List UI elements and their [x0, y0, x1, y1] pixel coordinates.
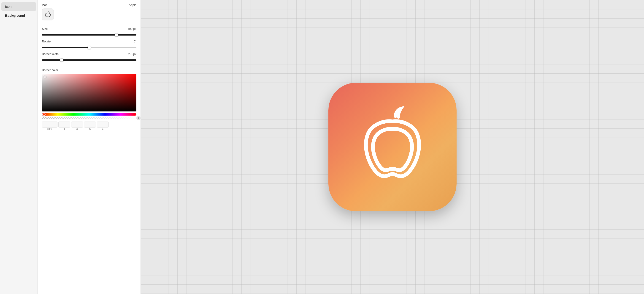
a-label: A — [102, 128, 104, 131]
b-input-group: 255 B — [84, 121, 96, 131]
hex-input-group: ffffff HEX — [42, 121, 58, 131]
r-label: R — [64, 128, 65, 131]
sidebar-item-icon[interactable]: Icon — [1, 2, 36, 11]
border-color-label: Border color — [42, 68, 136, 72]
divider-1 — [42, 24, 136, 24]
r-input[interactable]: 255 — [58, 121, 70, 127]
size-slider[interactable] — [42, 34, 136, 36]
divider-2 — [42, 65, 136, 65]
apple-icon-svg — [351, 106, 434, 188]
b-input[interactable]: 255 — [84, 121, 96, 127]
apple-small-icon — [44, 11, 51, 18]
rotate-label: Rotate — [42, 40, 50, 43]
b-label: B — [89, 128, 91, 131]
center-panel: Icon Apple Size 400 px Rotate 0° Border … — [38, 0, 141, 294]
border-width-slider-container — [42, 58, 136, 62]
rotate-value: 0° — [134, 40, 136, 43]
color-inputs: ffffff HEX 255 R 255 G 255 B 100 A — [42, 121, 136, 131]
size-row: Size 400 px — [42, 27, 136, 31]
icon-value: Apple — [129, 3, 136, 7]
g-input[interactable]: 255 — [71, 121, 83, 127]
app-icon — [328, 83, 456, 211]
alpha-add-button[interactable]: + — [136, 116, 140, 120]
border-width-label: Border width — [42, 52, 58, 56]
rotate-slider[interactable] — [42, 47, 136, 48]
canvas-area — [141, 0, 644, 294]
border-width-row: Border width 2.3 px — [42, 52, 136, 56]
rotate-slider-container — [42, 45, 136, 49]
hex-label: HEX — [47, 128, 52, 131]
color-picker-dot — [44, 75, 46, 78]
g-input-group: 255 G — [71, 121, 83, 131]
hue-thumb — [42, 113, 46, 116]
alpha-slider[interactable] — [42, 117, 136, 119]
icon-label: Icon — [42, 3, 48, 7]
a-input[interactable]: 100 — [97, 121, 109, 127]
hex-input[interactable]: ffffff — [42, 121, 58, 127]
size-label: Size — [42, 27, 48, 31]
size-value: 400 px — [128, 27, 136, 31]
a-input-group: 100 A — [97, 121, 109, 131]
g-label: G — [76, 128, 78, 131]
size-slider-container — [42, 32, 136, 37]
icon-preview[interactable] — [42, 9, 54, 21]
sidebar: Icon Background — [0, 0, 38, 294]
border-width-slider[interactable] — [42, 59, 136, 61]
r-input-group: 255 R — [58, 121, 70, 131]
sidebar-item-background[interactable]: Background — [1, 11, 36, 20]
hue-slider[interactable] — [42, 113, 136, 116]
color-picker-area[interactable] — [42, 74, 136, 111]
border-width-value: 2.3 px — [128, 52, 136, 56]
rotate-row: Rotate 0° — [42, 40, 136, 43]
icon-row: Icon Apple — [42, 3, 136, 7]
